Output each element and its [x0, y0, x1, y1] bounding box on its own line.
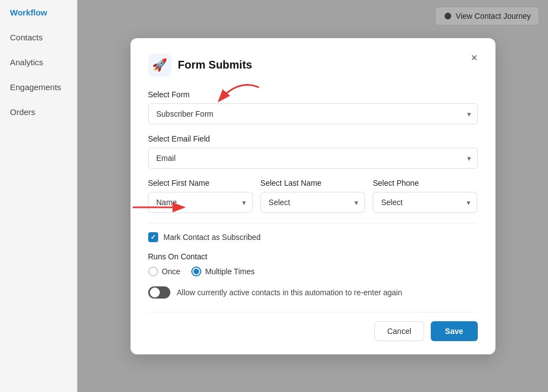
radio-multiple[interactable]: Multiple Times	[191, 266, 254, 276]
mark-subscribed-row[interactable]: Mark Contact as Subscribed	[148, 232, 478, 242]
form-submits-modal: 🚀 Form Submits × Select Form Subscriber …	[131, 38, 495, 354]
phone-group: Select Phone Select ▾	[373, 179, 477, 213]
toggle-knob	[150, 288, 160, 297]
runs-on-contact-section: Runs On Contact Once Multiple Times	[148, 252, 478, 276]
modal-icon: 🚀	[148, 54, 171, 77]
first-name-field[interactable]: Name	[148, 192, 253, 213]
radio-once[interactable]: Once	[148, 266, 180, 276]
main-area: View Contact Journey	[77, 0, 548, 392]
last-name-field[interactable]: Select	[260, 192, 365, 213]
select-form-wrapper: Subscriber Form ▾	[148, 103, 478, 124]
radio-once-label: Once	[162, 267, 180, 276]
select-form-label: Select Form	[148, 90, 478, 99]
toggle-row: Allow currently active contacts in this …	[148, 286, 478, 299]
re-enter-toggle[interactable]	[148, 286, 170, 299]
first-name-wrapper: Name ▾	[148, 192, 253, 213]
modal-header: 🚀 Form Submits	[148, 54, 478, 77]
sidebar-item-contacts[interactable]: Contacts	[0, 25, 77, 50]
modal-close-button[interactable]: ×	[467, 50, 482, 66]
select-form-field[interactable]: Subscriber Form	[148, 103, 478, 124]
first-name-group: Select First Name Name ▾	[148, 179, 253, 213]
mark-subscribed-label: Mark Contact as Subscribed	[164, 233, 261, 242]
sidebar-item-orders[interactable]: Orders	[0, 100, 77, 124]
radio-once-outer[interactable]	[148, 266, 158, 276]
select-email-group: Select Email Field Email ▾	[148, 134, 478, 169]
divider	[148, 223, 478, 223]
select-form-group: Select Form Subscriber Form ▾	[148, 90, 478, 124]
save-button[interactable]: Save	[431, 321, 478, 341]
mark-subscribed-checkbox[interactable]	[148, 232, 158, 242]
last-name-label: Select Last Name	[260, 179, 365, 187]
sidebar-item-engagements[interactable]: Engagements	[0, 75, 77, 100]
runs-on-contact-label: Runs On Contact	[148, 252, 478, 261]
select-email-field[interactable]: Email	[148, 148, 478, 169]
first-name-label: Select First Name	[148, 179, 253, 187]
radio-multiple-inner	[194, 269, 199, 274]
cancel-button[interactable]: Cancel	[374, 321, 424, 341]
modal-footer: Cancel Save	[148, 312, 478, 341]
modal-overlay: 🚀 Form Submits × Select Form Subscriber …	[77, 0, 548, 392]
last-name-wrapper: Select ▾	[260, 192, 365, 213]
radio-multiple-label: Multiple Times	[205, 267, 254, 276]
radio-multiple-outer[interactable]	[191, 266, 201, 276]
select-email-wrapper: Email ▾	[148, 148, 478, 169]
phone-field[interactable]: Select	[373, 192, 477, 213]
name-fields-row: Select First Name Name ▾ Select Last Nam…	[148, 179, 478, 213]
radio-row: Once Multiple Times	[148, 266, 478, 276]
select-email-label: Select Email Field	[148, 134, 478, 143]
toggle-label: Allow currently active contacts in this …	[177, 288, 403, 297]
last-name-group: Select Last Name Select ▾	[260, 179, 365, 213]
modal-title: Form Submits	[178, 59, 252, 71]
sidebar-item-workflow[interactable]: Workflow	[0, 0, 77, 25]
sidebar-item-analytics[interactable]: Analytics	[0, 50, 77, 75]
phone-label: Select Phone	[373, 179, 477, 187]
phone-wrapper: Select ▾	[373, 192, 477, 213]
sidebar: Workflow Contacts Analytics Engagements …	[0, 0, 77, 392]
